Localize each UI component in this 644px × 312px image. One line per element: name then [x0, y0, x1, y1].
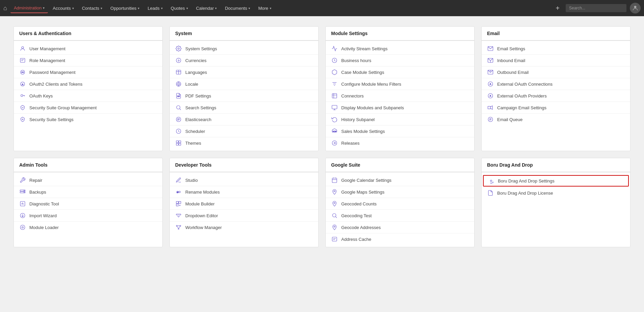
list-item-label: Security Suite Settings	[29, 117, 74, 122]
card-header-google-suite: Google Suite	[326, 158, 474, 172]
list-item[interactable]: Configure Module Menu Filters	[326, 78, 474, 90]
list-item[interactable]: Case Module Settings	[326, 66, 474, 78]
settings-icon	[175, 45, 182, 52]
nav-item-leads[interactable]: Leads ▾	[144, 4, 166, 13]
home-icon[interactable]: ⌂	[3, 5, 7, 12]
list-item[interactable]: Display Modules and Subpanels	[326, 102, 474, 114]
queue-icon	[487, 116, 494, 123]
svg-text:A: A	[22, 83, 24, 85]
list-item[interactable]: Google Calendar Settings	[326, 174, 474, 186]
list-item[interactable]: Role Management	[14, 55, 162, 66]
list-item[interactable]: Diagnostic Tool	[14, 198, 162, 210]
module-builder-icon	[175, 200, 182, 207]
nav-item-documents[interactable]: Documents ▾	[221, 4, 253, 13]
list-item[interactable]: Themes	[170, 137, 318, 149]
campaign-icon	[487, 104, 494, 111]
list-item[interactable]: Boru Drag And Drop Settings	[483, 175, 629, 187]
list-item[interactable]: Module Builder	[170, 198, 318, 210]
svg-point-0	[634, 6, 637, 8]
repair-icon	[19, 177, 26, 183]
list-item[interactable]: Password Management	[14, 66, 162, 78]
list-item[interactable]: OAuth Keys	[14, 90, 162, 102]
list-item[interactable]: Import Wizard	[14, 210, 162, 222]
list-item[interactable]: Scheduler	[170, 125, 318, 137]
nav-arrow: ▾	[101, 6, 102, 10]
list-item[interactable]: Email Settings	[482, 43, 630, 55]
list-item[interactable]: Releases	[326, 137, 474, 149]
list-item[interactable]: Address Cache	[326, 233, 474, 245]
list-item-label: OAuth2 Clients and Tokens	[29, 82, 82, 87]
nav-right: +	[553, 3, 641, 13]
nav-item-contacts[interactable]: Contacts ▾	[79, 4, 106, 13]
svg-rect-32	[179, 141, 181, 143]
nav-arrow: ▾	[138, 6, 139, 10]
activity-icon	[331, 45, 338, 52]
add-button[interactable]: +	[553, 3, 562, 13]
list-item[interactable]: Google Maps Settings	[326, 186, 474, 198]
list-item[interactable]: Dropdown Editor	[170, 210, 318, 222]
list-item[interactable]: Elasticsearch	[170, 114, 318, 125]
list-item[interactable]: Business hours	[326, 55, 474, 66]
list-item[interactable]: Geocoding Test	[326, 210, 474, 222]
nav-item-accounts[interactable]: Accounts ▾	[49, 4, 77, 13]
list-item[interactable]: Boru Drag And Drop License	[482, 187, 630, 199]
list-item[interactable]: Activity Stream Settings	[326, 43, 474, 55]
list-item[interactable]: Studio	[170, 174, 318, 186]
list-item[interactable]: Security Suite Settings	[14, 114, 162, 125]
list-item[interactable]: Campaign Email Settings	[482, 102, 630, 114]
list-item[interactable]: AExternal OAuth Providers	[482, 90, 630, 102]
list-item[interactable]: Backups	[14, 186, 162, 198]
list-item[interactable]: Repair	[14, 174, 162, 186]
list-item[interactable]: History Subpanel	[326, 114, 474, 125]
list-item[interactable]: Workflow Manager	[170, 222, 318, 233]
svg-point-81	[180, 225, 181, 226]
sales-icon: AOS	[331, 128, 338, 135]
svg-point-70	[22, 227, 24, 228]
list-item[interactable]: Security Suite Group Management	[14, 102, 162, 114]
list-item-label: Inbound Email	[497, 58, 525, 63]
svg-point-16	[22, 119, 23, 120]
svg-text:A: A	[490, 83, 491, 85]
list-item[interactable]: Module Loader	[14, 222, 162, 233]
list-item[interactable]: AOAuth2 Clients and Tokens	[14, 78, 162, 90]
card-header-developer-tools: Developer Tools	[170, 158, 318, 172]
card-developer-tools: Developer ToolsStudioabRename ModulesMod…	[169, 158, 319, 247]
nav-item-opportunities[interactable]: Opportunities ▾	[107, 4, 143, 13]
svg-point-82	[178, 228, 179, 229]
nav-item-administration[interactable]: Administration ▾	[10, 3, 48, 13]
list-item[interactable]: abRename Modules	[170, 186, 318, 198]
list-item[interactable]: Inbound Email	[482, 55, 630, 66]
list-item[interactable]: Languages	[170, 66, 318, 78]
list-item[interactable]: Outbound Email	[482, 66, 630, 78]
list-item-label: Themes	[185, 141, 201, 146]
list-item-label: Email Queue	[497, 117, 522, 122]
list-item[interactable]: PDFPDF Settings	[170, 90, 318, 102]
list-item-label: Studio	[185, 178, 198, 183]
list-item[interactable]: Connectors	[326, 90, 474, 102]
list-item[interactable]: Geocode Addresses	[326, 222, 474, 233]
user-avatar[interactable]	[630, 3, 641, 13]
geocoding-test-icon	[331, 212, 338, 219]
list-item[interactable]: AOSSales Module Settings	[326, 125, 474, 137]
svg-point-92	[332, 214, 336, 217]
list-item[interactable]: Geocoded Counts	[326, 198, 474, 210]
list-item[interactable]: Email Queue	[482, 114, 630, 125]
svg-line-15	[22, 107, 23, 108]
list-item[interactable]: System Settings	[170, 43, 318, 55]
nav-item-quotes[interactable]: Quotes ▾	[167, 4, 191, 13]
list-item[interactable]: Search Settings	[170, 102, 318, 114]
nav-item-more[interactable]: More ▾	[255, 4, 275, 13]
list-item-label: Search Settings	[185, 105, 216, 110]
search-input[interactable]	[566, 4, 626, 12]
list-item[interactable]: Currencies	[170, 55, 318, 66]
list-item[interactable]: Locale	[170, 78, 318, 90]
list-item[interactable]: AExternal OAuth Connections	[482, 78, 630, 90]
list-item[interactable]: User Management	[14, 43, 162, 55]
nav-arrow: ▾	[248, 6, 250, 10]
nav-item-calendar[interactable]: Calendar ▾	[193, 4, 220, 13]
card-items-module-settings: Activity Stream SettingsBusiness hoursCa…	[326, 41, 474, 151]
elastic-icon	[175, 116, 182, 123]
themes-icon	[175, 140, 182, 146]
list-item-label: PDF Settings	[185, 93, 211, 98]
card-google-suite: Google SuiteGoogle Calendar SettingsGoog…	[325, 158, 475, 247]
